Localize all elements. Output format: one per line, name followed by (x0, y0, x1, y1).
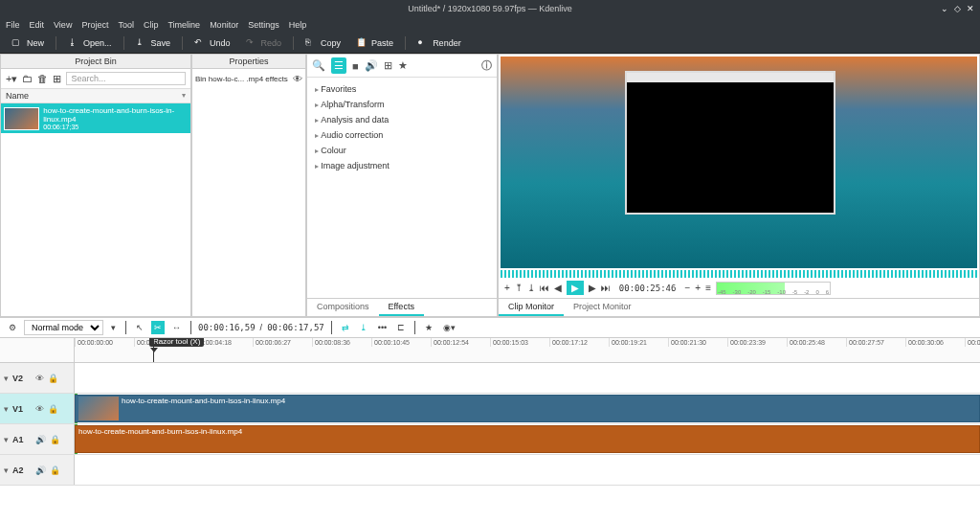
render-button[interactable]: ●Render (412, 35, 467, 51)
info-icon[interactable]: ⓘ (481, 58, 492, 73)
copy-button[interactable]: ⎘Copy (300, 35, 346, 51)
selection-tool-icon[interactable]: ↖ (133, 321, 146, 334)
step-fwd-icon[interactable]: ▶ (589, 283, 596, 293)
bin-column-header[interactable]: Name (1, 89, 190, 103)
tab-effects[interactable]: Effects (379, 299, 424, 316)
add-clip-icon[interactable]: +▾ (6, 73, 17, 85)
effect-category[interactable]: Audio correction (315, 127, 489, 143)
menu-project[interactable]: Project (81, 20, 108, 30)
playhead[interactable] (153, 338, 154, 362)
effect-category[interactable]: Image adjustment (315, 158, 489, 173)
delete-icon[interactable]: 🗑 (37, 73, 48, 84)
video-clip[interactable]: how-to-create-mount-and-burn-isos-in-lin… (75, 395, 980, 422)
paste-button[interactable]: 📋Paste (350, 35, 399, 51)
bin-clip-item[interactable]: how-to-create-mount-and-burn-isos-in-lin… (1, 103, 190, 133)
maximize-button[interactable]: ◇ (954, 4, 961, 13)
effect-category[interactable]: Analysis and data (315, 112, 489, 127)
mute-icon[interactable]: 👁 (35, 404, 44, 414)
tc-plus-icon[interactable]: + (695, 283, 701, 293)
track-v2[interactable]: ▾V2👁🔒 (0, 363, 980, 394)
mute-icon[interactable]: 🔊 (35, 465, 46, 475)
minimize-button[interactable]: ⌄ (941, 4, 948, 13)
open-button[interactable]: ⭳Open... (62, 35, 118, 51)
monitor-timecode[interactable]: 00:00:25:46 (619, 284, 677, 293)
main-toolbar: ▢New ⭳Open... ⤓Save ↶Undo ↷Redo ⎘Copy 📋P… (0, 33, 980, 54)
preview-icon[interactable]: ◉▾ (440, 321, 458, 334)
favorites-icon[interactable]: ★ (398, 59, 408, 72)
chevron-down-icon[interactable]: ▾ (108, 321, 119, 334)
video-effects-icon[interactable]: ■ (352, 60, 359, 72)
track-expand-icon[interactable]: ▾ (4, 435, 9, 444)
razor-tool-icon[interactable]: ✂ (151, 321, 165, 334)
fast-fwd-icon[interactable]: ⏭ (601, 283, 611, 293)
monitor-viewport[interactable] (501, 57, 977, 268)
custom-effects-icon[interactable]: ⊞ (384, 59, 392, 72)
track-expand-icon[interactable]: ▾ (4, 374, 9, 383)
menu-file[interactable]: File (6, 20, 20, 30)
timeline-tc-out[interactable]: 00:06:17,57 (267, 323, 324, 332)
menu-tool[interactable]: Tool (118, 20, 134, 30)
options-icon[interactable]: ≡ (705, 283, 711, 293)
menu-monitor[interactable]: Monitor (210, 20, 238, 30)
track-down-icon[interactable]: ⤓ (357, 321, 370, 334)
rewind-icon[interactable]: ⏮ (540, 283, 549, 293)
effects-panel: 🔍 ☰ ■ 🔊 ⊞ ★ ⓘ Favorites Alpha/Transform … (306, 54, 498, 317)
mute-icon[interactable]: 🔊 (35, 435, 46, 444)
tab-project-monitor[interactable]: Project Monitor (564, 299, 641, 316)
add-marker-icon[interactable]: + (504, 283, 510, 293)
zone-end-icon[interactable]: ⤓ (527, 283, 535, 293)
effect-category[interactable]: Favorites (315, 81, 489, 97)
track-expand-icon[interactable]: ▾ (4, 465, 9, 475)
props-header: Properties (192, 55, 305, 69)
overwrite-icon[interactable]: ⊏ (394, 321, 408, 334)
save-button[interactable]: ⤓Save (130, 35, 177, 51)
favorite-icon[interactable]: ★ (422, 321, 435, 334)
folder-icon[interactable]: 🗀 (22, 73, 33, 84)
redo-button[interactable]: ↷Redo (240, 35, 288, 51)
visibility-icon[interactable]: 👁 (293, 74, 302, 84)
edit-mode-select[interactable]: Normal mode (24, 320, 103, 335)
close-button[interactable]: ✕ (967, 4, 974, 13)
menu-clip[interactable]: Clip (144, 20, 159, 30)
effect-category[interactable]: Colour (315, 143, 489, 158)
undo-button[interactable]: ↶Undo (189, 35, 236, 51)
tc-minus-icon[interactable]: − (684, 283, 690, 293)
insert-icon[interactable]: ••• (375, 321, 390, 334)
lock-icon[interactable]: 🔒 (50, 435, 60, 444)
step-back-icon[interactable]: ◀ (554, 283, 562, 293)
spacer-tool-icon[interactable]: ↔ (169, 321, 184, 334)
timeline-ruler[interactable]: Razor tool (X) 00:00:00:0000:00:02:0900:… (0, 338, 980, 363)
track-expand-icon[interactable]: ▾ (4, 404, 9, 414)
new-button[interactable]: ▢New (6, 35, 50, 51)
track-a2[interactable]: ▾A2🔊🔒 (0, 455, 980, 486)
menu-help[interactable]: Help (289, 20, 307, 30)
track-v1[interactable]: ▾V1👁🔒 how-to-create-mount-and-burn-isos-… (0, 394, 980, 424)
timeline-tc-in[interactable]: 00:00:16,59 (198, 323, 256, 332)
tab-compositions[interactable]: Compositions (307, 299, 379, 316)
tab-clip-monitor[interactable]: Clip Monitor (499, 299, 564, 316)
monitor-scrubber[interactable] (501, 270, 977, 278)
clip-thumbnail (4, 107, 39, 130)
play-button[interactable]: ▶ (567, 281, 584, 295)
mute-icon[interactable]: 👁 (35, 374, 44, 383)
settings-icon[interactable]: ⚙ (6, 321, 19, 334)
search-icon[interactable]: 🔍 (312, 59, 325, 72)
effect-category[interactable]: Alpha/Transform (315, 97, 489, 112)
list-icon[interactable]: ☰ (331, 57, 346, 74)
bin-search-input[interactable]: Search... (66, 72, 186, 85)
mix-icon[interactable]: ⇄ (339, 321, 352, 334)
ruler-tick: 00:00:23:39 (727, 338, 787, 347)
zone-start-icon[interactable]: ⤒ (515, 283, 523, 293)
timeline-tracks: ▾V2👁🔒 ▾V1👁🔒 how-to-create-mount-and-burn… (0, 363, 980, 486)
lock-icon[interactable]: 🔒 (48, 404, 58, 414)
lock-icon[interactable]: 🔒 (50, 465, 60, 475)
audio-clip[interactable]: how-to-create-mount-and-burn-isos-in-lin… (75, 425, 980, 453)
menu-timeline[interactable]: Timeline (167, 20, 200, 30)
menu-settings[interactable]: Settings (248, 20, 279, 30)
lock-icon[interactable]: 🔒 (48, 374, 58, 383)
menu-edit[interactable]: Edit (30, 20, 45, 30)
menu-view[interactable]: View (54, 20, 72, 30)
tag-icon[interactable]: ⊞ (53, 73, 61, 85)
track-a1[interactable]: ▾A1🔊🔒 how-to-create-mount-and-burn-isos-… (0, 424, 980, 455)
audio-effects-icon[interactable]: 🔊 (365, 59, 378, 72)
